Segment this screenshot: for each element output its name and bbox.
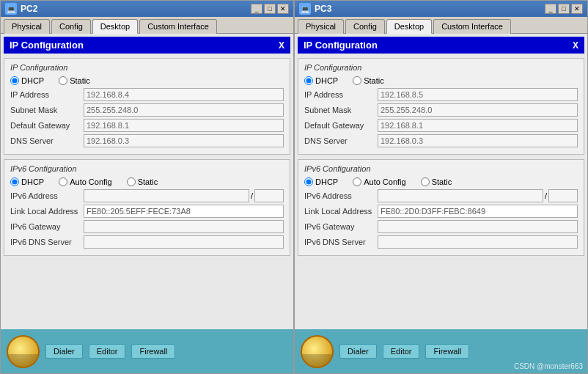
pc2-static-radio[interactable]: [59, 76, 67, 85]
pc3-tab-desktop[interactable]: Desktop: [386, 19, 432, 34]
pc3-ip-address-input[interactable]: [378, 88, 578, 101]
pc2-ipv6-dns-label: IPv6 DNS Server: [10, 238, 84, 246]
pc2-maximize-button[interactable]: □: [264, 4, 276, 14]
pc2-subnet-mask-input[interactable]: [84, 103, 284, 117]
pc3-close-button[interactable]: ✕: [571, 4, 583, 14]
pc2-window: 💻 PC2 _ □ ✕ Physical Config Desktop Cust…: [0, 0, 294, 374]
pc2-dns-input[interactable]: [84, 134, 284, 147]
pc2-ipv6-slash: /: [249, 191, 254, 200]
pc3-ipv6-address-input[interactable]: [378, 189, 543, 202]
pc3-link-local-label: Link Local Address: [304, 207, 378, 216]
pc2-ipv6-address-input[interactable]: [84, 189, 249, 202]
pc2-tab-custom[interactable]: Custom Interface: [139, 19, 217, 34]
pc2-panel-header: IP Configuration X: [4, 37, 290, 54]
pc2-ipv6-dns-input[interactable]: [84, 235, 284, 249]
pc3-subnet-mask-input[interactable]: [378, 103, 578, 117]
pc2-gateway-input[interactable]: [84, 119, 284, 132]
pc3-subnet-mask-row: Subnet Mask: [304, 103, 578, 117]
pc3-ipv6-dns-input[interactable]: [378, 235, 578, 249]
pc2-title-bar: 💻 PC2 _ □ ✕: [1, 1, 293, 17]
pc3-link-local-row: Link Local Address: [304, 205, 578, 218]
pc2-ipv6-auto-radio[interactable]: [59, 177, 67, 186]
pc2-static-label[interactable]: Static: [59, 76, 90, 85]
pc2-content: IP Configuration X IP Configuration DHCP…: [1, 34, 293, 329]
pc3-title-controls: _ □ ✕: [545, 4, 583, 14]
pc2-ip-section: IP Configuration DHCP Static IP Address: [4, 58, 290, 155]
pc3-ipv6-gateway-input[interactable]: [378, 220, 578, 233]
pc2-ipv6-gateway-input[interactable]: [84, 220, 284, 233]
pc2-ipv6-prefix-input[interactable]: [254, 189, 284, 202]
pc3-ipv6-section-title: IPv6 Configuration: [304, 164, 578, 173]
pc2-panel-close[interactable]: X: [279, 40, 284, 51]
pc2-title-left: 💻 PC2: [5, 3, 37, 15]
pc3-tab-config[interactable]: Config: [345, 19, 385, 34]
pc3-ipv6-dhcp-label[interactable]: DHCP: [304, 177, 338, 186]
pc3-ipv6-auto-label[interactable]: Auto Config: [353, 177, 405, 186]
pc3-ipv6-dhcp-radio[interactable]: [304, 177, 313, 186]
pc3-gateway-input[interactable]: [378, 119, 578, 132]
pc2-title-controls: _ □ ✕: [251, 4, 289, 14]
pc3-panel-close[interactable]: X: [573, 40, 578, 51]
pc2-ipv6-dhcp-label[interactable]: DHCP: [10, 177, 44, 186]
pc3-ipv6-slash: /: [543, 191, 548, 200]
pc3-dns-label: DNS Server: [304, 136, 378, 145]
pc3-ipv6-prefix-input[interactable]: [548, 189, 578, 202]
pc2-title: PC2: [21, 4, 37, 14]
pc2-editor-button[interactable]: Editor: [89, 344, 126, 359]
pc3-ip-section: IP Configuration DHCP Static IP Address: [298, 58, 584, 155]
pc3-ip-address-row: IP Address: [304, 88, 578, 101]
pc3-ipv6-static-label[interactable]: Static: [421, 177, 452, 186]
pc2-dialer-button[interactable]: Dialer: [45, 344, 83, 359]
pc2-ipv6-static-radio[interactable]: [127, 177, 136, 186]
pc2-link-local-input[interactable]: [84, 205, 284, 218]
pc2-tabs: Physical Config Desktop Custom Interface: [1, 17, 293, 34]
pc3-subnet-mask-label: Subnet Mask: [304, 106, 378, 114]
pc3-ipv6-address-row: IPv6 Address /: [304, 189, 578, 202]
pc2-icon: 💻: [5, 3, 17, 15]
pc3-ipv6-address-label: IPv6 Address: [304, 191, 378, 200]
pc2-ipv6-dhcp-radio[interactable]: [10, 177, 19, 186]
pc2-ip-config-panel: IP Configuration X IP Configuration DHCP…: [1, 34, 293, 263]
pc2-ipv6-auto-label[interactable]: Auto Config: [59, 177, 111, 186]
pc2-bottom-icon: [7, 335, 40, 368]
pc2-subnet-mask-row: Subnet Mask: [10, 103, 284, 117]
pc2-ipv6-static-label[interactable]: Static: [127, 177, 158, 186]
pc2-dhcp-radio[interactable]: [10, 76, 19, 85]
pc3-title: PC3: [315, 4, 331, 14]
pc3-panel-header: IP Configuration X: [298, 37, 584, 54]
pc2-ipv6-address-row: IPv6 Address /: [10, 189, 284, 202]
pc2-dhcp-label[interactable]: DHCP: [10, 76, 44, 85]
pc2-gateway-label: Default Gateway: [10, 121, 84, 130]
pc3-editor-button[interactable]: Editor: [383, 344, 420, 359]
pc2-ipv6-gateway-label: IPv6 Gateway: [10, 222, 84, 231]
pc3-firewall-button[interactable]: Firewall: [425, 344, 469, 359]
pc3-static-label[interactable]: Static: [353, 76, 384, 85]
pc3-bottom-icon: [301, 335, 334, 368]
pc2-subnet-mask-label: Subnet Mask: [10, 106, 84, 114]
pc2-ip-address-input[interactable]: [84, 88, 284, 101]
pc2-minimize-button[interactable]: _: [251, 4, 262, 14]
pc2-firewall-button[interactable]: Firewall: [131, 344, 175, 359]
pc2-tab-config[interactable]: Config: [51, 19, 91, 34]
pc3-ipv6-auto-radio[interactable]: [353, 177, 361, 186]
pc3-ipv6-static-radio[interactable]: [421, 177, 430, 186]
pc3-static-radio[interactable]: [353, 76, 361, 85]
pc3-tab-custom[interactable]: Custom Interface: [433, 19, 511, 34]
pc3-dialer-button[interactable]: Dialer: [339, 344, 377, 359]
pc3-maximize-button[interactable]: □: [558, 4, 570, 14]
pc3-title-left: 💻 PC3: [299, 3, 331, 15]
pc2-tab-physical[interactable]: Physical: [4, 19, 50, 34]
pc3-dhcp-radio[interactable]: [304, 76, 313, 85]
pc3-dns-input[interactable]: [378, 134, 578, 147]
pc2-ip-address-label: IP Address: [10, 90, 84, 99]
pc2-dns-label: DNS Server: [10, 136, 84, 145]
pc2-ipv6-address-label: IPv6 Address: [10, 191, 84, 200]
pc2-ipv6-section-title: IPv6 Configuration: [10, 164, 284, 173]
pc3-dhcp-label[interactable]: DHCP: [304, 76, 338, 85]
pc2-close-button[interactable]: ✕: [277, 4, 289, 14]
pc3-minimize-button[interactable]: _: [545, 4, 556, 14]
pc3-link-local-input[interactable]: [378, 205, 578, 218]
pc3-tab-physical[interactable]: Physical: [298, 19, 344, 34]
pc3-gateway-label: Default Gateway: [304, 121, 378, 130]
pc2-tab-desktop[interactable]: Desktop: [92, 19, 138, 34]
